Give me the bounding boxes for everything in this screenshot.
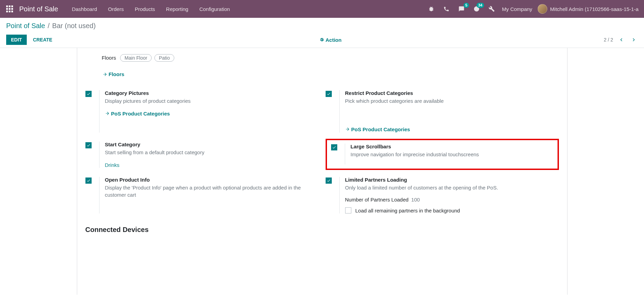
nav-item-products[interactable]: Products — [129, 1, 161, 17]
checkbox-restrict-categories[interactable] — [326, 91, 332, 97]
partners-loaded-label: Number of Partners Loaded — [345, 197, 409, 203]
option-title: Large Scrollbars — [351, 144, 553, 149]
svg-rect-3 — [6, 8, 8, 10]
nav-item-dashboard[interactable]: Dashboard — [66, 1, 102, 17]
activities-badge: 34 — [477, 3, 484, 8]
top-navbar: Point of Sale Dashboard Orders Products … — [0, 0, 644, 18]
user-menu[interactable]: Mitchell Admin (17102566-saas-15-1-a — [538, 4, 639, 14]
link-pos-product-categories-2[interactable]: PoS Product Categories — [345, 126, 410, 132]
section-connected-devices: Connected Devices — [85, 226, 559, 234]
checkbox-start-category[interactable] — [85, 142, 92, 148]
checkbox-load-remaining[interactable] — [345, 207, 351, 213]
app-title[interactable]: Point of Sale — [19, 5, 58, 13]
pager-text[interactable]: 2 / 2 — [604, 37, 613, 42]
tools-icon[interactable] — [487, 4, 496, 14]
phone-icon[interactable] — [442, 4, 451, 14]
option-title: Open Product Info — [105, 177, 319, 183]
option-large-scrollbars: Large Scrollbars Improve navigation for … — [326, 139, 559, 170]
option-title: Restrict Product Categories — [345, 90, 559, 96]
svg-rect-1 — [9, 5, 11, 7]
floors-row: Floors Main Floor Patio — [85, 54, 559, 62]
svg-rect-2 — [11, 5, 13, 7]
bug-icon[interactable] — [426, 4, 436, 14]
activities-icon[interactable]: 34 — [472, 4, 481, 14]
breadcrumb-current: Bar (not used) — [52, 22, 96, 29]
messages-badge: 5 — [464, 3, 469, 8]
checkbox-category-pictures[interactable] — [85, 91, 92, 97]
option-desc: Start selling from a default product cat… — [105, 149, 319, 156]
option-restrict-categories: Restrict Product Categories Pick which p… — [326, 87, 559, 139]
breadcrumb-sep: / — [48, 22, 50, 29]
arrow-right-icon — [105, 111, 110, 116]
option-start-category: Start Category Start selling from a defa… — [85, 139, 319, 174]
arrow-right-icon — [345, 127, 350, 132]
control-area: Point of Sale / Bar (not used) EDIT CREA… — [0, 18, 644, 45]
option-desc: Only load a limited number of customers … — [345, 184, 559, 191]
start-category-value[interactable]: Drinks — [105, 162, 319, 168]
messages-icon[interactable]: 5 — [457, 4, 466, 14]
svg-rect-5 — [11, 8, 13, 10]
check-icon — [327, 92, 331, 96]
chevron-right-icon — [631, 37, 637, 43]
nav-menu: Dashboard Orders Products Reporting Conf… — [66, 1, 235, 17]
svg-rect-8 — [11, 11, 13, 12]
breadcrumb-root[interactable]: Point of Sale — [6, 22, 45, 29]
svg-rect-6 — [6, 11, 8, 12]
check-icon — [86, 179, 91, 183]
breadcrumb: Point of Sale / Bar (not used) — [6, 22, 638, 30]
svg-rect-4 — [9, 8, 11, 10]
floors-label: Floors — [102, 55, 116, 61]
check-icon — [86, 92, 91, 96]
option-desc: Improve navigation for imprecise industr… — [351, 151, 553, 158]
checkbox-limited-partners[interactable] — [326, 178, 332, 184]
edit-button[interactable]: EDIT — [6, 35, 27, 45]
action-label: Action — [326, 37, 342, 43]
nav-item-orders[interactable]: Orders — [103, 1, 129, 17]
load-remaining-label: Load all remaining partners in the backg… — [355, 208, 460, 213]
tag-main-floor[interactable]: Main Floor — [120, 54, 152, 62]
option-limited-partners: Limited Partners Loading Only load a lim… — [326, 174, 559, 220]
chevron-left-icon — [618, 37, 624, 43]
partners-loaded-value: 100 — [411, 197, 420, 203]
form-sheet: Floors Main Floor Patio Floors Category … — [77, 48, 567, 295]
check-icon — [327, 179, 331, 183]
pager-prev[interactable] — [617, 36, 625, 44]
create-button[interactable]: CREATE — [28, 35, 57, 45]
user-name: Mitchell Admin (17102566-saas-15-1-a — [550, 6, 639, 12]
svg-rect-7 — [9, 11, 11, 12]
svg-rect-0 — [6, 5, 8, 7]
company-selector[interactable]: My Company — [502, 6, 532, 12]
avatar — [538, 4, 547, 14]
link-pos-product-categories[interactable]: PoS Product Categories — [105, 111, 170, 117]
gear-icon — [319, 37, 324, 42]
floors-link-label: Floors — [109, 71, 125, 77]
option-title: Category Pictures — [105, 90, 319, 96]
option-open-product-info: Open Product Info Display the 'Product I… — [85, 174, 319, 220]
apps-icon[interactable] — [5, 5, 14, 13]
action-dropdown[interactable]: Action — [319, 37, 342, 43]
tag-patio[interactable]: Patio — [154, 54, 174, 62]
check-icon — [86, 143, 91, 147]
nav-item-configuration[interactable]: Configuration — [194, 1, 235, 17]
option-category-pictures: Category Pictures Display pictures of pr… — [85, 87, 319, 139]
option-title: Start Category — [105, 142, 319, 147]
pager-next[interactable] — [630, 36, 638, 44]
nav-item-reporting[interactable]: Reporting — [161, 1, 194, 17]
floors-link[interactable]: Floors — [85, 71, 125, 77]
option-desc: Display the 'Product Info' page when a p… — [105, 184, 319, 198]
checkbox-open-product-info[interactable] — [85, 178, 92, 184]
check-icon — [332, 145, 336, 149]
option-desc: Pick which product categories are availa… — [345, 97, 559, 105]
checkbox-large-scrollbars[interactable] — [331, 144, 337, 150]
option-desc: Display pictures of product categories — [105, 97, 319, 105]
option-title: Limited Partners Loading — [345, 177, 559, 183]
arrow-right-icon — [103, 72, 107, 77]
